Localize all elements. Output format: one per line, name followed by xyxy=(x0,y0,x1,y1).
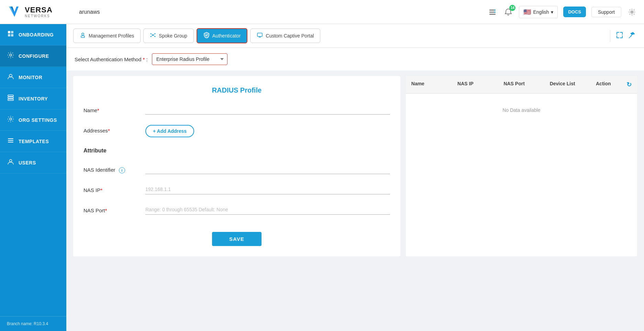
tab-management-profiles[interactable]: Management Profiles xyxy=(73,29,141,43)
name-label: Name* xyxy=(84,105,138,113)
nav-icons: 14 🇺🇸 English ▾ DOCS Support xyxy=(487,6,637,18)
tabs-bar: Management Profiles S xyxy=(66,24,644,48)
col-nas-port: NAS Port xyxy=(503,81,547,88)
svg-rect-11 xyxy=(8,34,10,36)
notification-count: 14 xyxy=(509,5,515,11)
nas-identifier-row: NAS Identifier i xyxy=(84,164,390,174)
form-panel: RADIUS Profile Name* Addresses* xyxy=(73,76,400,256)
tab-custom-captive-portal[interactable]: Custom Captive Portal xyxy=(250,29,320,43)
nas-ip-input[interactable] xyxy=(145,184,390,194)
docs-button[interactable]: DOCS xyxy=(563,7,586,17)
nas-ip-label: NAS IP* xyxy=(84,184,138,193)
nas-identifier-input-wrap xyxy=(145,164,390,174)
tab-management-profiles-label: Management Profiles xyxy=(89,33,134,39)
spoke-group-icon xyxy=(150,32,156,40)
nas-ip-input-wrap xyxy=(145,184,390,194)
sidebar-item-configure[interactable]: CONFIGURE xyxy=(0,45,66,67)
support-button[interactable]: Support xyxy=(591,7,621,17)
svg-rect-17 xyxy=(8,99,13,100)
svg-line-33 xyxy=(153,35,155,36)
attribute-label: Attribute xyxy=(84,148,138,154)
svg-rect-20 xyxy=(8,140,13,141)
onboarding-icon xyxy=(7,30,14,39)
addresses-label: Addresses* xyxy=(84,125,138,134)
svg-point-8 xyxy=(631,11,633,13)
sidebar-label-users: USERS xyxy=(19,160,36,166)
sidebar-item-onboarding[interactable]: ONBOARDING xyxy=(0,24,66,45)
radius-profile-title: RADIUS Profile xyxy=(84,86,390,94)
sidebar-label-onboarding: ONBOARDING xyxy=(19,32,54,38)
expand-icon[interactable] xyxy=(614,30,625,42)
nas-port-input[interactable] xyxy=(145,205,390,215)
tab-authenticator-label: Authenticator xyxy=(212,33,241,39)
versa-logo-icon xyxy=(7,4,22,20)
username-display: arunaws xyxy=(79,9,100,15)
logo-versa: VERSA xyxy=(25,6,53,14)
attribute-row: Attribute xyxy=(84,148,390,154)
org-settings-icon xyxy=(7,116,14,124)
sidebar-label-configure: CONFIGURE xyxy=(19,53,49,59)
svg-rect-15 xyxy=(8,95,13,96)
nas-identifier-label: NAS Identifier i xyxy=(84,164,138,173)
col-action: Action xyxy=(596,81,617,88)
logo-networks: NETWORKS xyxy=(25,14,53,18)
svg-rect-16 xyxy=(8,97,13,98)
menu-list-icon[interactable] xyxy=(487,7,498,17)
save-button[interactable]: SAVE xyxy=(212,232,262,246)
management-profiles-icon xyxy=(80,32,86,40)
nas-port-row: NAS Port* xyxy=(84,205,390,215)
templates-icon xyxy=(7,137,14,146)
captive-portal-icon xyxy=(257,32,263,40)
svg-point-13 xyxy=(10,54,12,56)
nas-port-label: NAS Port* xyxy=(84,205,138,213)
branch-name: Branch name: R10.3.4 xyxy=(0,316,66,331)
svg-point-23 xyxy=(82,33,84,35)
add-address-button[interactable]: + Add Address xyxy=(145,125,194,137)
svg-rect-7 xyxy=(494,12,496,13)
inventory-icon xyxy=(7,94,14,103)
col-device-list: Device List xyxy=(550,81,593,88)
language-selector[interactable]: 🇺🇸 English ▾ xyxy=(519,6,558,18)
scrollable-content: RADIUS Profile Name* Addresses* xyxy=(66,76,644,331)
configure-icon xyxy=(7,52,14,60)
sidebar-item-inventory[interactable]: INVENTORY xyxy=(0,88,66,109)
name-input[interactable] xyxy=(145,105,390,115)
svg-rect-19 xyxy=(8,138,13,139)
svg-rect-6 xyxy=(494,10,496,11)
tab-spoke-group[interactable]: Spoke Group xyxy=(143,29,194,43)
nas-identifier-info-icon[interactable]: i xyxy=(119,167,125,173)
svg-rect-34 xyxy=(257,33,262,36)
auth-method-row: Select Authentication Method * : Enterpr… xyxy=(66,48,644,71)
tab-custom-captive-portal-label: Custom Captive Portal xyxy=(266,33,314,39)
language-label: English xyxy=(533,9,549,15)
table-refresh-icon[interactable]: ↻ xyxy=(619,81,632,88)
save-btn-row: SAVE xyxy=(84,225,390,246)
content-area: Management Profiles S xyxy=(66,24,644,331)
addresses-input-wrap: + Add Address xyxy=(145,125,390,137)
settings-gear-icon[interactable] xyxy=(627,7,637,17)
sidebar-label-inventory: INVENTORY xyxy=(19,96,48,102)
nas-identifier-input[interactable] xyxy=(145,164,390,174)
svg-rect-24 xyxy=(81,36,85,38)
svg-rect-9 xyxy=(8,31,10,33)
sidebar-item-templates[interactable]: TEMPLATES xyxy=(0,131,66,152)
sidebar-label-monitor: MONITOR xyxy=(19,75,42,80)
sidebar-item-monitor[interactable]: MONITOR xyxy=(0,67,66,88)
auth-method-select[interactable]: Enterprise Radius Profile Local LDAP xyxy=(152,53,227,65)
users-icon xyxy=(7,158,14,167)
tab-authenticator[interactable]: Authenticator xyxy=(197,28,248,43)
main-layout: ONBOARDING CONFIGURE MONITOR xyxy=(0,24,644,331)
auth-method-label: Select Authentication Method * : xyxy=(75,56,148,62)
logo-text: VERSA NETWORKS xyxy=(25,6,53,18)
sidebar-item-users[interactable]: USERS xyxy=(0,152,66,173)
flag-icon: 🇺🇸 xyxy=(523,8,531,16)
tab-spoke-group-label: Spoke Group xyxy=(159,33,187,39)
svg-rect-21 xyxy=(8,142,13,142)
table-body: No Data available xyxy=(406,94,637,127)
svg-rect-10 xyxy=(11,31,13,33)
sidebar-label-templates: TEMPLATES xyxy=(19,139,49,144)
pin-icon[interactable] xyxy=(627,30,637,42)
notification-bell[interactable]: 14 xyxy=(503,7,513,17)
sidebar-item-org-settings[interactable]: ORG SETTINGS xyxy=(0,109,66,131)
svg-rect-5 xyxy=(489,14,496,15)
